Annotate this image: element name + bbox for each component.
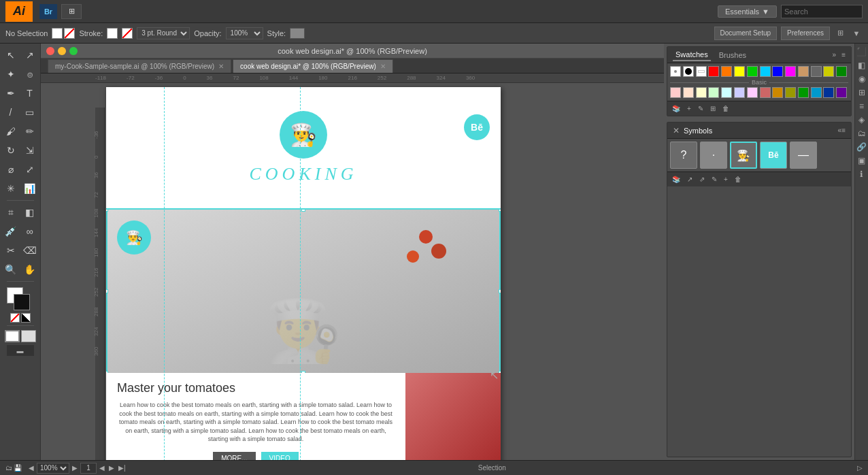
- selection-tool[interactable]: ↖: [2, 46, 20, 64]
- swatch-olive[interactable]: [823, 66, 834, 77]
- status-nav-icon[interactable]: 🗂: [5, 464, 12, 472]
- merge-swatches-btn[interactable]: ⊞: [708, 105, 718, 112]
- swatch-orange[interactable]: [721, 66, 732, 77]
- settings-icon[interactable]: ▼: [850, 27, 863, 39]
- swatch-white-rect[interactable]: [696, 66, 707, 77]
- swatch-green[interactable]: [747, 66, 758, 77]
- swatch-red[interactable]: [708, 66, 719, 77]
- eraser-tool[interactable]: ⌫: [21, 242, 39, 259]
- doc-tab-2[interactable]: cook web design.ai* @ 100% (RGB/Preview)…: [233, 59, 393, 73]
- swatch-light-cyan[interactable]: [721, 87, 732, 98]
- gradient-panel-icon[interactable]: ◧: [856, 60, 867, 71]
- new-symbol-btn[interactable]: +: [722, 176, 730, 183]
- stroke-color-box[interactable]: [107, 28, 118, 39]
- appearance-panel-icon[interactable]: ◉: [856, 73, 867, 84]
- document-setup-button[interactable]: Document Setup: [714, 27, 778, 40]
- swatch-mint[interactable]: [708, 87, 719, 98]
- pathfinder-panel-icon[interactable]: ◈: [856, 114, 867, 125]
- tab2-close[interactable]: ✕: [380, 63, 386, 70]
- swatch-teal[interactable]: [811, 87, 822, 98]
- line-tool[interactable]: /: [2, 103, 20, 121]
- transform-panel-icon[interactable]: ⊞: [856, 87, 867, 98]
- type-tool[interactable]: T: [21, 84, 39, 102]
- fill-swatch[interactable]: [52, 28, 63, 39]
- window-close-btn[interactable]: [46, 47, 54, 55]
- magic-wand-tool[interactable]: ✦: [2, 65, 20, 83]
- symbol-behance[interactable]: Bē: [760, 142, 787, 169]
- symbol-sprayer-tool[interactable]: ✳: [2, 180, 20, 197]
- hand-tool[interactable]: ✋: [21, 261, 39, 278]
- symbol-line[interactable]: —: [790, 142, 817, 169]
- swatch-dark-green[interactable]: [836, 66, 847, 77]
- stroke-weight-select[interactable]: 3 pt. Round 1 pt. 2 pt. 5 pt.: [137, 27, 190, 39]
- symbol-chef[interactable]: 👨‍🍳: [730, 142, 757, 169]
- delete-swatch-btn[interactable]: 🗑: [720, 105, 731, 112]
- new-swatch-btn[interactable]: +: [685, 105, 693, 112]
- symbol-question[interactable]: ?: [670, 142, 697, 169]
- swatch-cyan[interactable]: [760, 66, 771, 77]
- symbols-close-btn[interactable]: ✕: [673, 126, 680, 135]
- transform-tool[interactable]: ⤢: [21, 161, 39, 178]
- delete-symbol-btn[interactable]: 🗑: [733, 176, 744, 183]
- column-graph-tool[interactable]: 📊: [21, 180, 39, 197]
- handle-bl[interactable]: [106, 371, 108, 373]
- more-button[interactable]: MORE...: [213, 452, 255, 460]
- search-input[interactable]: [781, 5, 863, 18]
- style-box[interactable]: [290, 28, 305, 39]
- swatches-tab[interactable]: Swatches: [673, 49, 711, 61]
- opacity-select[interactable]: 100% 75% 50% 25%: [226, 27, 263, 39]
- zoom-tool[interactable]: 🔍: [2, 261, 20, 278]
- symbol-libraries-btn[interactable]: 📚: [670, 176, 682, 183]
- swatch-dark-yellow[interactable]: [785, 87, 796, 98]
- gradient-tool[interactable]: ◧: [21, 203, 39, 221]
- handle-bc[interactable]: [301, 371, 305, 373]
- align-panel-icon[interactable]: ≡: [856, 101, 867, 112]
- swatch-navy[interactable]: [823, 87, 834, 98]
- swatch-libraries-btn[interactable]: 📚: [670, 105, 682, 112]
- rotate-tool[interactable]: ↻: [2, 142, 20, 159]
- mesh-tool[interactable]: ⌗: [2, 203, 20, 221]
- doc-tab-1[interactable]: my-Cook-Sample-sample.ai @ 100% (RGB/Pre…: [48, 59, 231, 73]
- handle-tc[interactable]: [301, 210, 305, 212]
- symbols-menu-btn[interactable]: ≡: [841, 127, 846, 134]
- stroke-color-box2[interactable]: [14, 294, 30, 310]
- place-symbol-btn[interactable]: ↗: [685, 176, 695, 183]
- blend-tool[interactable]: ∞: [21, 223, 39, 240]
- panel-expand-icon[interactable]: »: [833, 51, 837, 59]
- direct-selection-tool[interactable]: ↗: [21, 46, 39, 64]
- none-color-btn[interactable]: [10, 313, 20, 323]
- handle-tr[interactable]: [499, 210, 501, 212]
- swatch-light-pink[interactable]: [670, 87, 681, 98]
- warp-tool[interactable]: ⌀: [2, 161, 20, 178]
- status-nav-next-btn[interactable]: ▶: [71, 464, 79, 472]
- swatch-gray[interactable]: [811, 66, 822, 77]
- color-panel-icon[interactable]: ⬛: [856, 46, 867, 57]
- links-panel-icon[interactable]: 🔗: [856, 142, 867, 152]
- view-mode-btn[interactable]: ▬: [7, 345, 34, 356]
- essentials-button[interactable]: Essentials ▼: [718, 5, 777, 18]
- pencil-tool[interactable]: ✏: [21, 122, 39, 140]
- scissors-tool[interactable]: ✂: [2, 242, 20, 259]
- window-minimize-btn[interactable]: [58, 47, 66, 55]
- swatches-menu-btn[interactable]: ≡: [841, 51, 846, 59]
- handle-ml[interactable]: [106, 289, 108, 293]
- layers-panel-icon[interactable]: 🗂: [856, 128, 867, 139]
- scale-tool[interactable]: ⇲: [21, 142, 39, 159]
- swatch-brown[interactable]: [798, 66, 809, 77]
- arrange-icon[interactable]: ⊞: [834, 27, 846, 39]
- swap-color-btn[interactable]: [21, 313, 31, 323]
- symbol-dot[interactable]: ·: [700, 142, 727, 169]
- swatch-purple[interactable]: [836, 87, 847, 98]
- swatch-dark-pink[interactable]: [760, 87, 771, 98]
- normal-mode-btn[interactable]: [5, 330, 20, 342]
- lasso-tool[interactable]: ⌾: [21, 65, 39, 83]
- edit-swatch-btn[interactable]: ✎: [696, 105, 705, 112]
- page-number-input[interactable]: [80, 463, 97, 474]
- rectangle-tool[interactable]: ▭: [21, 103, 39, 121]
- break-link-btn[interactable]: ⇗: [697, 176, 707, 183]
- stroke-swatch-btn[interactable]: [64, 28, 75, 39]
- pen-tool[interactable]: ✒: [2, 84, 20, 102]
- page-nav-last[interactable]: ▶|: [117, 464, 127, 472]
- swatch-lavender[interactable]: [734, 87, 745, 98]
- swatch-magenta[interactable]: [785, 66, 796, 77]
